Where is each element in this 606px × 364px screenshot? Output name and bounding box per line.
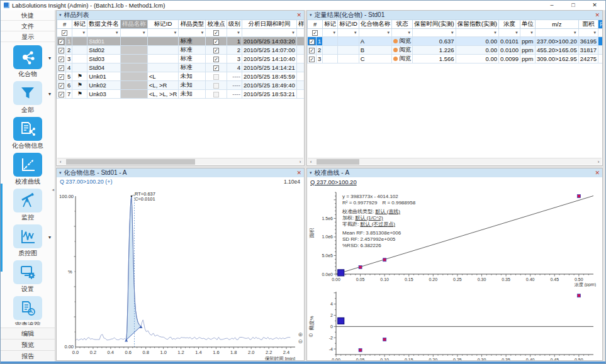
cell-cal-point[interactable] xyxy=(206,90,227,99)
cell-retention-time[interactable]: 1.226 xyxy=(413,46,456,55)
cell-data-file[interactable]: Std01 xyxy=(87,37,121,46)
chevron-down-icon[interactable]: ▾ xyxy=(48,55,51,61)
cell-vial[interactable]: 1 xyxy=(296,37,304,46)
cell-vial[interactable]: 5 xyxy=(296,72,304,81)
filter-cell[interactable]: ▼ xyxy=(578,29,598,37)
filter-cell[interactable]: ▼ xyxy=(296,29,304,37)
filter-cell[interactable]: ▼ xyxy=(498,29,520,37)
cell-sample-type[interactable]: 未知 xyxy=(179,90,206,99)
cell-cal-point[interactable]: ✓ xyxy=(206,55,227,63)
column-header[interactable]: # xyxy=(308,20,323,29)
column-header[interactable]: 化合物名称 xyxy=(359,20,392,29)
cell-cal-point[interactable] xyxy=(206,81,227,90)
cell-mz[interactable]: 237.00>100.20 xyxy=(536,37,579,46)
cell-flag[interactable] xyxy=(72,55,87,63)
cell-mark-id[interactable]: <L xyxy=(147,72,179,81)
panel-close-icon[interactable]: ✕ xyxy=(296,170,301,176)
sidebar-tool-qc-chart[interactable]: ▾质控图 xyxy=(1,224,55,260)
column-header[interactable]: 分析日期和时间 xyxy=(242,20,296,29)
cell-number[interactable]: 3 xyxy=(66,55,72,63)
sidebar-tool-monitor[interactable]: 监控 xyxy=(1,189,55,224)
stat-zero-intercept[interactable]: 零截距: 默认 (不过原点) xyxy=(342,221,415,228)
cell-data-file[interactable]: Std04 xyxy=(87,63,121,72)
sidebar-menu-1[interactable]: 快捷 xyxy=(1,10,55,21)
cell-level[interactable]: 1 xyxy=(227,37,242,46)
cell-data-file[interactable]: Unk01 xyxy=(87,72,121,81)
row-checkbox[interactable]: ✓ xyxy=(308,37,317,46)
filter-cell[interactable]: ▼ xyxy=(359,29,392,37)
column-header[interactable]: 保留时间(实测) xyxy=(413,20,456,29)
cell-area[interactable]: 36195 xyxy=(578,37,598,46)
cell-flag[interactable]: ⚑ xyxy=(72,81,87,90)
mrm-transition-link[interactable]: Q 237.00>100.20 xyxy=(310,179,357,185)
cell-compound-name[interactable]: C xyxy=(359,55,392,63)
cell-data-file[interactable]: Std03 xyxy=(87,55,121,63)
cell-retention-index[interactable]: 0.00 xyxy=(456,37,498,46)
stat-curve-type[interactable]: 校准曲线类型: 默认 (直线) xyxy=(342,209,415,215)
stat-weighting[interactable]: 加权: 默认 (1/C^2) xyxy=(342,215,415,221)
cell-mark-id[interactable] xyxy=(147,46,179,55)
cell-level[interactable]: 2 xyxy=(227,46,242,55)
sidebar-tool-audit-trail[interactable]: 审查追踪 xyxy=(1,296,55,325)
cell-datetime[interactable]: 2010/5/25 14:10:40 xyxy=(242,55,296,63)
table-row[interactable]: ✓4Std04标准✓42010/5/25 14:14:2141 xyxy=(57,63,305,72)
cell-compound-name[interactable]: A xyxy=(359,37,392,46)
cell-retention-index[interactable]: 0.00 xyxy=(456,46,498,55)
scroll-left-icon[interactable]: ‹ xyxy=(308,158,314,165)
cell-istd-area[interactable]: ---- xyxy=(598,37,602,46)
cell-area[interactable]: 31817 xyxy=(578,46,598,55)
cell-status[interactable]: 阅览 xyxy=(392,55,413,63)
cell-mark-id[interactable]: <L, >L, >R xyxy=(147,90,179,99)
cell-mark-id[interactable] xyxy=(338,55,359,63)
sidebar-bottom-1[interactable]: 编辑 xyxy=(1,328,55,339)
cell-vial[interactable]: 2 xyxy=(296,46,304,55)
sidebar-menu-2[interactable]: 文件 xyxy=(1,21,55,31)
collapse-triangle-icon[interactable]: ▾ xyxy=(310,170,312,175)
sidebar-bottom-2[interactable]: 预览 xyxy=(1,339,55,350)
cell-number[interactable]: 6 xyxy=(66,81,72,90)
table-row[interactable]: ✓1A阅览0.6370.000.0101ppm237.00>100.203619… xyxy=(308,37,603,46)
cell-mz[interactable]: 309.00>162.95 xyxy=(536,55,579,63)
cell-flag[interactable] xyxy=(72,63,87,72)
table-row[interactable]: ✓2B阅览1.2260.000.0100ppm455.20>165.053181… xyxy=(308,46,603,55)
table-row[interactable]: ✓1Std01标准✓12010/5/25 14:03:2011 xyxy=(57,37,305,46)
cell-sample-type[interactable]: 标准 xyxy=(179,37,206,46)
filter-cell[interactable]: ▼ xyxy=(413,29,456,37)
row-checkbox[interactable]: ✓ xyxy=(57,37,66,46)
sidebar-tool-compound-info[interactable]: 化合物信息 xyxy=(1,117,55,153)
scroll-thumb[interactable] xyxy=(66,159,195,165)
sidebar-tool-calibration-curve[interactable]: 校准曲线 xyxy=(1,153,55,189)
cell-flag[interactable] xyxy=(72,37,87,46)
column-header[interactable]: 样品瓶 xyxy=(296,20,304,29)
cell-vial[interactable]: 3 xyxy=(296,55,304,63)
column-header[interactable]: 内标面积 xyxy=(598,20,602,29)
table-row[interactable]: ✓3C阅览1.5660.000.0099ppm309.00>162.952427… xyxy=(308,55,603,63)
cell-mark-id[interactable] xyxy=(147,37,179,46)
collapse-triangle-icon[interactable]: ▾ xyxy=(310,13,312,18)
filter-cell[interactable]: ▼ xyxy=(87,29,121,37)
collapse-triangle-icon[interactable]: ▾ xyxy=(59,170,62,175)
cell-flag[interactable] xyxy=(323,37,338,46)
scroll-left-icon[interactable]: ‹ xyxy=(57,158,64,165)
cell-retention-index[interactable]: 0.00 xyxy=(456,55,498,63)
residual-point[interactable] xyxy=(577,294,580,297)
table-row[interactable]: ✓7⚑Unk03<L, >L, >R未知----2010/5/25 18:53:… xyxy=(57,90,305,99)
filter-cell[interactable]: ▼ xyxy=(72,29,87,37)
column-header[interactable]: 状态 xyxy=(392,20,413,29)
cell-concentration[interactable]: 0.0099 xyxy=(498,55,520,63)
column-header[interactable]: 浓度 xyxy=(498,20,520,29)
cell-vial[interactable]: 4 xyxy=(296,63,304,72)
filter-cell[interactable]: ▼ xyxy=(598,29,602,37)
cell-mark-id[interactable] xyxy=(338,46,359,55)
column-header[interactable]: 校准点 xyxy=(206,20,227,29)
sidebar-tool-compound[interactable]: ▾化合物 xyxy=(1,45,55,81)
calibration-point-selected[interactable] xyxy=(338,270,344,276)
filter-cell[interactable]: ▼ xyxy=(323,29,338,37)
chevron-down-icon[interactable]: ▾ xyxy=(48,91,51,97)
cell-flag[interactable]: ⚑ xyxy=(72,72,87,81)
cell-cal-point[interactable]: ✓ xyxy=(206,37,227,46)
cell-istd-area[interactable]: ---- xyxy=(598,55,602,63)
cell-datetime[interactable]: 2010/5/25 14:07:00 xyxy=(242,46,296,55)
cell-number[interactable]: 4 xyxy=(66,63,72,72)
cell-mark-id[interactable] xyxy=(147,55,179,63)
